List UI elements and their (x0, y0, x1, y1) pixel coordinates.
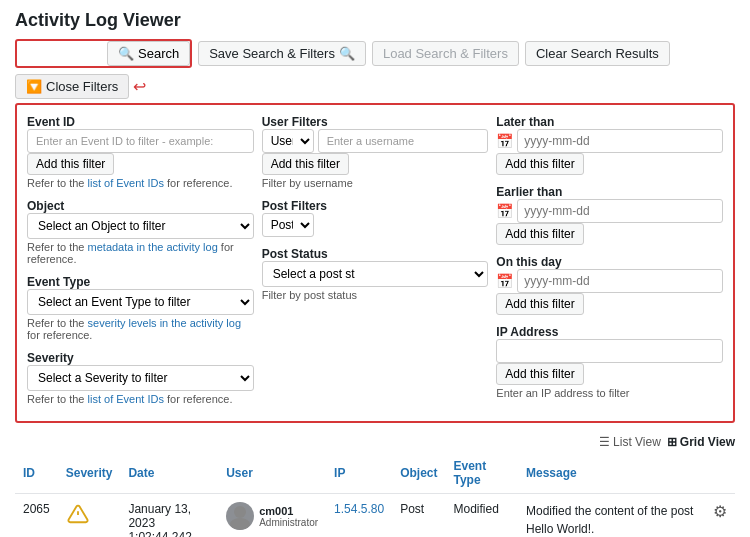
user-filter-row: Usen (262, 129, 489, 153)
event-id-input[interactable] (27, 129, 254, 153)
severity-warning-icon (66, 502, 90, 526)
metadata-link[interactable]: metadata in the activity log (88, 241, 218, 253)
table-wrap: ID Severity Date User IP Object Event Ty… (0, 453, 750, 537)
search-icon-small: 🔍 (339, 46, 355, 61)
post-filter-label: Post Filters (262, 199, 489, 213)
col-id[interactable]: ID (15, 453, 58, 494)
cell-severity (58, 494, 121, 538)
ip-address-add-button[interactable]: Add this filter (496, 363, 583, 385)
calendar-icon: 📅 (496, 133, 513, 149)
filter-col-right: Later than 📅 Add this filter Earlier tha… (496, 115, 723, 411)
cell-date: January 13, 2023 1:02:44.242 am (120, 494, 218, 538)
username: cm001 (259, 505, 318, 517)
post-filter: Post Filters Post (262, 199, 489, 237)
search-button[interactable]: 🔍 Search (107, 41, 190, 66)
later-than-input[interactable] (517, 129, 723, 153)
on-this-day-filter: On this day 📅 Add this filter (496, 255, 723, 315)
later-than-label: Later than (496, 115, 723, 129)
table-body: 2065 January 13, 2023 1:02:44.242 am (15, 494, 735, 538)
filter-icon: 🔽 (26, 79, 42, 94)
close-filters-bar: 🔽 Close Filters ↩ (15, 74, 735, 99)
object-filter: Object Select an Object to filter Refer … (27, 199, 254, 265)
event-type-select[interactable]: Select an Event Type to filter (27, 289, 254, 315)
filters-grid: Event ID Add this filter Refer to the li… (27, 115, 723, 411)
earlier-than-input[interactable] (517, 199, 723, 223)
event-ids-link2[interactable]: list of Event IDs (88, 393, 164, 405)
page-title: Activity Log Viewer (15, 10, 735, 31)
post-status-select[interactable]: Select a post st (262, 261, 489, 287)
post-type-select[interactable]: Post (262, 213, 314, 237)
event-id-label: Event ID (27, 115, 254, 129)
list-view-button[interactable]: ☰ List View (599, 435, 661, 449)
view-toggle: ☰ List View ⊞ Grid View (0, 431, 750, 453)
event-type-label: Event Type (27, 275, 254, 289)
cell-actions: ⚙ (705, 494, 735, 538)
clear-search-button[interactable]: Clear Search Results (525, 41, 670, 66)
severity-select[interactable]: Select a Severity to filter (27, 365, 254, 391)
col-date[interactable]: Date (120, 453, 218, 494)
load-search-button[interactable]: Load Search & Filters (372, 41, 519, 66)
user-ref: Filter by username (262, 177, 489, 189)
message-content: Modified the content of the post Hello W… (526, 502, 697, 537)
earlier-than-row: 📅 (496, 199, 723, 223)
on-this-day-input[interactable] (517, 269, 723, 293)
arrow-icon: ↩ (133, 77, 146, 96)
cell-message: Modified the content of the post Hello W… (518, 494, 705, 538)
calendar-icon3: 📅 (496, 273, 513, 289)
col-ip[interactable]: IP (326, 453, 392, 494)
filter-col-left: Event ID Add this filter Refer to the li… (27, 115, 254, 411)
save-search-button[interactable]: Save Search & Filters 🔍 (198, 41, 366, 66)
col-object[interactable]: Object (392, 453, 445, 494)
ip-address-input[interactable]: 192.168.128.255 (496, 339, 723, 363)
table-header: ID Severity Date User IP Object Event Ty… (15, 453, 735, 494)
severity-ref: Refer to the list of Event IDs for refer… (27, 393, 254, 405)
post-status-label: Post Status (262, 247, 489, 261)
cell-user: cm001 Administrator (218, 494, 326, 538)
later-than-add-button[interactable]: Add this filter (496, 153, 583, 175)
svg-point-2 (234, 506, 246, 518)
event-type-ref: Refer to the severity levels in the acti… (27, 317, 254, 341)
col-event-type[interactable]: Event Type (445, 453, 517, 494)
avatar (226, 502, 254, 530)
user-type-select[interactable]: Usen (262, 129, 314, 153)
object-select[interactable]: Select an Object to filter (27, 213, 254, 239)
user-filter: User Filters Usen Add this filter Filter… (262, 115, 489, 189)
cell-object: Post (392, 494, 445, 538)
user-filter-label: User Filters (262, 115, 489, 129)
on-this-day-label: On this day (496, 255, 723, 269)
col-severity[interactable]: Severity (58, 453, 121, 494)
on-this-day-add-button[interactable]: Add this filter (496, 293, 583, 315)
earlier-than-add-button[interactable]: Add this filter (496, 223, 583, 245)
grid-view-button[interactable]: ⊞ Grid View (667, 435, 735, 449)
earlier-than-label: Earlier than (496, 185, 723, 199)
later-than-row: 📅 (496, 129, 723, 153)
col-message[interactable]: Message (518, 453, 705, 494)
severity-link[interactable]: severity levels in the activity log (88, 317, 241, 329)
ip-link[interactable]: 1.54.5.80 (334, 502, 384, 516)
search-input[interactable] (17, 42, 107, 65)
later-than-filter: Later than 📅 Add this filter (496, 115, 723, 175)
severity-label: Severity (27, 351, 254, 365)
user-add-button[interactable]: Add this filter (262, 153, 349, 175)
col-user[interactable]: User (218, 453, 326, 494)
event-ids-link[interactable]: list of Event IDs (88, 177, 164, 189)
filter-col-middle: User Filters Usen Add this filter Filter… (262, 115, 489, 411)
object-label: Object (27, 199, 254, 213)
username-input[interactable] (318, 129, 489, 153)
activity-table: ID Severity Date User IP Object Event Ty… (15, 453, 735, 537)
row-actions-button[interactable]: ⚙ (713, 502, 727, 521)
grid-view-icon: ⊞ (667, 435, 677, 449)
svg-point-3 (230, 518, 250, 530)
ip-address-ref: Enter an IP address to filter (496, 387, 723, 399)
search-icon: 🔍 (118, 46, 134, 61)
search-input-wrap: 🔍 Search (15, 39, 192, 68)
user-cell: cm001 Administrator (226, 502, 318, 530)
ip-address-filter: IP Address 192.168.128.255 Add this filt… (496, 325, 723, 399)
list-view-icon: ☰ (599, 435, 610, 449)
close-filters-button[interactable]: 🔽 Close Filters (15, 74, 129, 99)
cell-ip: 1.54.5.80 (326, 494, 392, 538)
calendar-icon2: 📅 (496, 203, 513, 219)
event-id-add-button[interactable]: Add this filter (27, 153, 114, 175)
earlier-than-filter: Earlier than 📅 Add this filter (496, 185, 723, 245)
filters-panel: Event ID Add this filter Refer to the li… (15, 103, 735, 423)
